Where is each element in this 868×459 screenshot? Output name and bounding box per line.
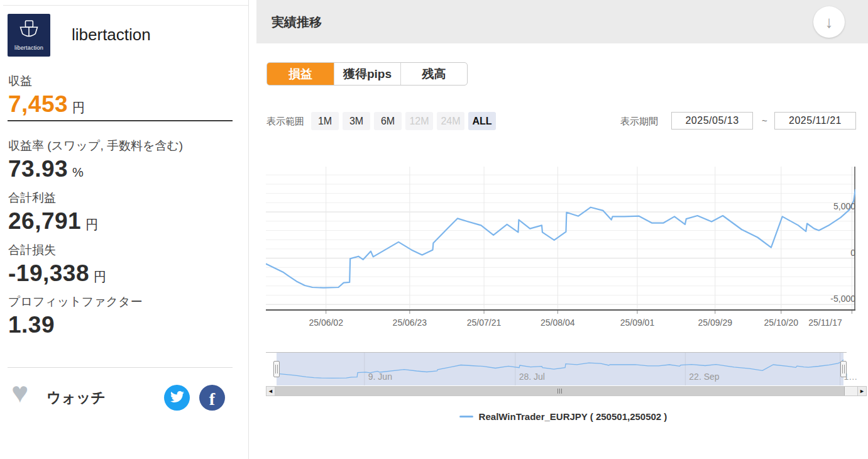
return-rate-value: 73.93% xyxy=(8,156,84,182)
chart-scrollbar[interactable]: ◄ ► xyxy=(266,386,867,396)
navigator-right-handle[interactable] xyxy=(840,361,847,377)
period-separator: ~ xyxy=(762,115,767,126)
tab-balance[interactable]: 残高 xyxy=(400,63,467,85)
watch-button-label[interactable]: ウォッチ xyxy=(47,388,106,407)
chart-legend: RealWinTrader_EURJPY ( 250501,250502 ) xyxy=(266,409,860,422)
profit-loss-chart: 5,0000-5,000 25/06/0225/06/2325/07/2125/… xyxy=(266,167,860,330)
x-tick-label: 25/09/01 xyxy=(608,318,666,328)
scrollbar-right-arrow-icon[interactable]: ► xyxy=(857,387,866,395)
boat-icon xyxy=(17,19,41,43)
range-button-6m[interactable]: 6M xyxy=(374,112,402,130)
x-tick-label: 25/06/23 xyxy=(381,318,439,328)
chart-plot-area[interactable] xyxy=(266,167,855,315)
revenue-value: 7,453円 xyxy=(8,91,85,118)
x-tick-label: 25/06/02 xyxy=(297,318,355,328)
twitter-icon xyxy=(170,390,184,406)
range-button-1m[interactable]: 1M xyxy=(311,112,339,130)
navigator-tick-label: 28. Jul xyxy=(519,372,545,382)
range-button-12m: 12M xyxy=(405,112,433,130)
sidebar-top-divider xyxy=(3,5,248,6)
download-icon: ↓ xyxy=(825,13,833,32)
y-tick-label: 5,000 xyxy=(833,201,855,211)
scrollbar-thumb[interactable] xyxy=(275,387,845,395)
total-loss-value: -19,338円 xyxy=(8,260,107,287)
performance-panel: 実績推移 ↓ 損益 獲得pips 残高 表示範囲 1M 3M 6M 12M 24… xyxy=(256,0,868,459)
revenue-label: 収益 xyxy=(8,73,32,89)
facebook-icon: f xyxy=(209,389,215,409)
facebook-share-button[interactable]: f xyxy=(199,385,225,411)
period-to-input[interactable] xyxy=(774,112,856,130)
x-tick-label: 25/09/29 xyxy=(686,318,744,328)
return-rate-label: 収益率 (スワップ, 手数料を含む) xyxy=(8,138,183,154)
twitter-share-button[interactable] xyxy=(164,385,190,411)
logo-wordmark: libertaction xyxy=(14,45,43,51)
total-profit-value: 26,791円 xyxy=(8,208,99,235)
total-loss-label: 合計損失 xyxy=(8,242,56,258)
period-label: 表示期間 xyxy=(620,116,658,128)
navigator-series xyxy=(277,353,843,385)
legend-item[interactable]: RealWinTrader_EURJPY ( 250501,250502 ) xyxy=(459,411,667,422)
legend-line-marker xyxy=(459,416,473,418)
range-selector-label: 表示範囲 xyxy=(266,116,304,128)
profit-factor-label: プロフィットファクター xyxy=(8,294,142,310)
metric-tabs: 損益 獲得pips 残高 xyxy=(266,62,468,86)
navigator-tick-label: 9. Jun xyxy=(368,372,392,382)
x-tick-label: 25/11/17 xyxy=(796,318,854,328)
x-tick-label: 25/08/04 xyxy=(529,318,586,328)
range-button-all[interactable]: ALL xyxy=(468,112,496,130)
range-button-3m[interactable]: 3M xyxy=(343,112,370,130)
range-button-24m: 24M xyxy=(437,112,464,130)
chart-navigator: 9. Jun28. Jul22. Sep1… xyxy=(266,352,847,385)
navigator-left-handle[interactable] xyxy=(273,361,280,377)
panel-header: 実績推移 ↓ xyxy=(256,0,868,43)
download-button[interactable]: ↓ xyxy=(813,6,845,38)
profile-name: libertaction xyxy=(72,25,151,45)
tab-profit-loss[interactable]: 損益 xyxy=(267,63,334,85)
navigator-tick-label: 22. Sep xyxy=(689,372,719,382)
y-tick-label: 0 xyxy=(850,248,855,258)
scrollbar-left-arrow-icon[interactable]: ◄ xyxy=(266,387,275,395)
revenue-underline xyxy=(8,120,233,121)
profile-sidebar: libertaction libertaction 収益 7,453円 収益率 … xyxy=(0,0,249,459)
panel-title: 実績推移 xyxy=(272,14,322,31)
heart-icon[interactable]: ♥ xyxy=(11,378,28,407)
legend-series-name: RealWinTrader_EURJPY ( 250501,250502 ) xyxy=(479,411,667,422)
period-from-input[interactable] xyxy=(671,112,753,130)
x-tick-label: 25/07/21 xyxy=(455,318,513,328)
profit-factor-value: 1.39 xyxy=(8,312,59,338)
tab-pips[interactable]: 獲得pips xyxy=(334,63,400,85)
watch-divider xyxy=(8,367,233,368)
profile-logo: libertaction xyxy=(8,14,50,57)
total-profit-label: 合計利益 xyxy=(8,190,56,206)
y-tick-label: -5,000 xyxy=(830,294,855,304)
